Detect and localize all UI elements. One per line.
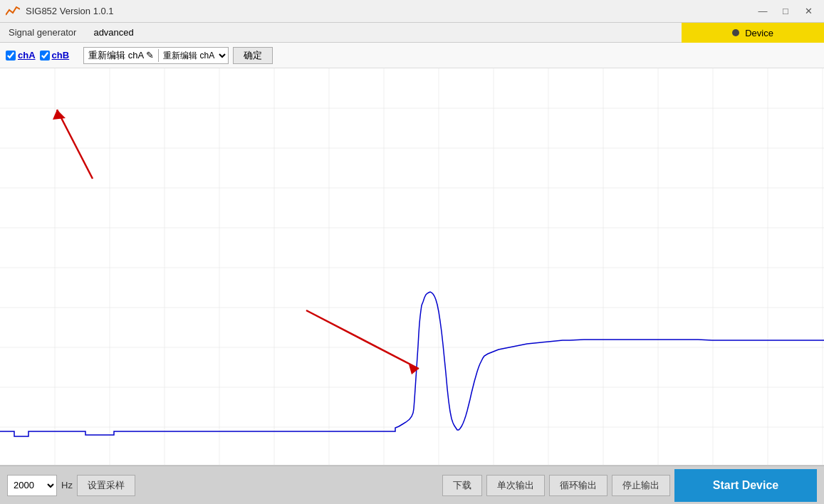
cha-label: chA <box>18 50 36 61</box>
chart-area <box>0 68 824 466</box>
chb-checkbox[interactable] <box>40 51 50 61</box>
device-label: Device <box>745 28 773 38</box>
titlebar: SIG852 Version 1.0.1 — □ ✕ <box>0 0 824 23</box>
chb-checkbox-label[interactable]: chB <box>40 50 70 61</box>
menu-advanced[interactable]: advanced <box>85 24 142 41</box>
app-icon <box>6 4 20 19</box>
menu-signal-generator[interactable]: Signal generator <box>0 24 85 41</box>
stop-output-button[interactable]: 停止输出 <box>612 475 670 496</box>
titlebar-left: SIG852 Version 1.0.1 <box>6 4 114 19</box>
loop-output-button[interactable]: 循环输出 <box>549 475 607 496</box>
signal-waveform <box>0 292 824 436</box>
sample-rate-select[interactable]: 2000 1000 500 4000 <box>7 475 57 496</box>
chb-label: chB <box>52 50 70 61</box>
close-button[interactable]: ✕ <box>798 4 818 19</box>
svg-line-26 <box>306 310 419 369</box>
start-device-button[interactable]: Start Device <box>674 469 817 502</box>
edit-select-container: 重新编辑 chA ✎ 重新编辑 chA 重新编辑 chB <box>83 47 229 64</box>
edit-text: 重新编辑 chA <box>88 49 144 62</box>
confirm-button[interactable]: 确定 <box>233 47 273 64</box>
set-sample-button[interactable]: 设置采样 <box>77 475 135 496</box>
chart-svg <box>0 68 824 465</box>
minimize-button[interactable]: — <box>753 4 773 19</box>
device-button[interactable]: Device <box>682 23 824 43</box>
edit-channel-dropdown[interactable]: 重新编辑 chA 重新编辑 chB <box>159 48 228 63</box>
svg-marker-25 <box>53 110 66 120</box>
pencil-icon: ✎ <box>146 50 154 61</box>
download-button[interactable]: 下载 <box>442 475 482 496</box>
hz-label: Hz <box>61 480 73 490</box>
toolbar: chA chB 重新编辑 chA ✎ 重新编辑 chA 重新编辑 chB 确定 <box>0 43 824 68</box>
title-text: SIG852 Version 1.0.1 <box>26 6 114 16</box>
svg-line-24 <box>57 110 93 179</box>
menubar: Signal generator advanced Device <box>0 23 824 43</box>
maximize-button[interactable]: □ <box>776 4 796 19</box>
edit-label: 重新编辑 chA ✎ <box>84 49 159 62</box>
titlebar-controls: — □ ✕ <box>753 4 818 19</box>
bottombar: 2000 1000 500 4000 Hz 设置采样 下载 单次输出 循环输出 … <box>0 466 824 504</box>
device-status-dot <box>732 29 739 36</box>
single-output-button[interactable]: 单次输出 <box>486 475 545 496</box>
cha-checkbox[interactable] <box>6 51 16 61</box>
cha-checkbox-label[interactable]: chA <box>6 50 36 61</box>
